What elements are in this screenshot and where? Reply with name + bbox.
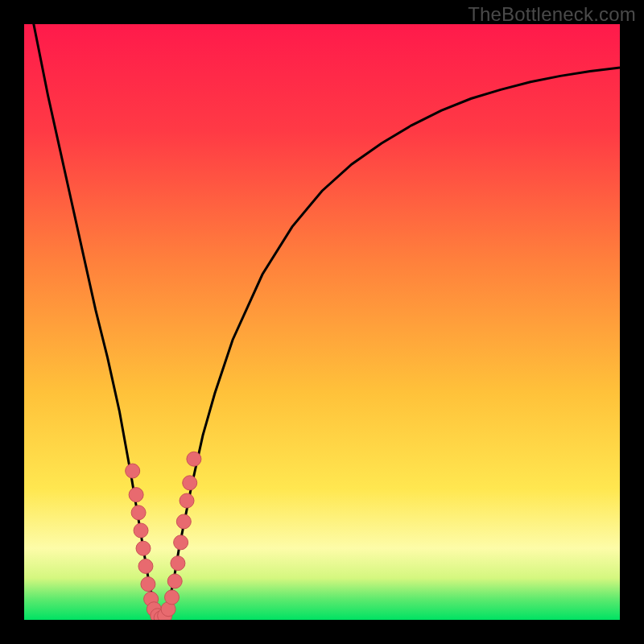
watermark-text: TheBottleneck.com: [468, 3, 636, 26]
data-dot: [174, 535, 188, 550]
data-dot: [187, 452, 201, 466]
data-dot: [134, 523, 148, 538]
data-dot: [171, 556, 185, 571]
data-dot: [138, 559, 153, 573]
plot-area: [24, 24, 620, 620]
chart-frame: TheBottleneck.com: [0, 0, 644, 644]
gradient-background: [24, 24, 620, 620]
data-dot: [176, 514, 191, 529]
data-dot: [136, 541, 151, 555]
data-dot: [141, 577, 155, 592]
chart-svg: [24, 24, 620, 620]
data-dot: [126, 464, 140, 478]
data-dot: [129, 488, 143, 502]
data-dot: [183, 476, 197, 490]
data-dot: [167, 574, 182, 588]
data-dot: [131, 506, 146, 520]
data-dot: [180, 493, 194, 508]
data-dot: [165, 590, 180, 605]
